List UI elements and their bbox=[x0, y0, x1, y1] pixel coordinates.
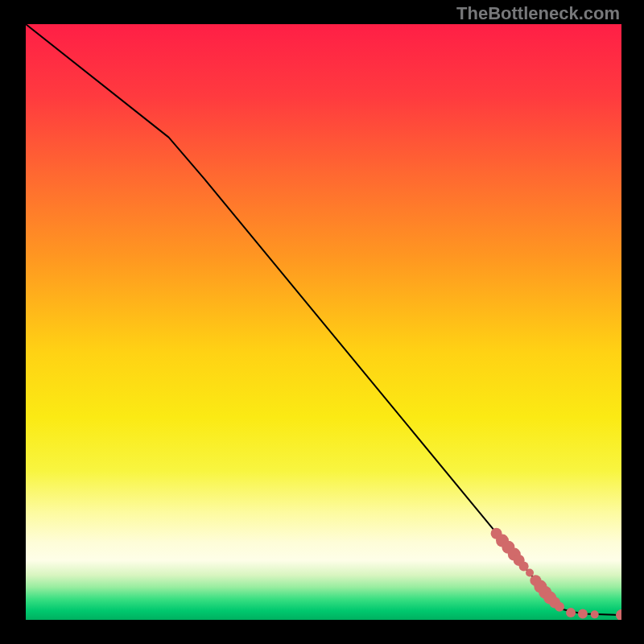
chart-svg bbox=[26, 24, 621, 620]
gradient-background bbox=[26, 24, 621, 620]
chart-container: TheBottleneck.com bbox=[0, 0, 644, 644]
data-point bbox=[526, 569, 534, 577]
plot-area bbox=[26, 24, 621, 620]
data-point bbox=[555, 602, 564, 612]
data-point bbox=[519, 561, 529, 571]
data-point bbox=[591, 610, 599, 618]
data-point bbox=[566, 608, 576, 617]
watermark-label: TheBottleneck.com bbox=[456, 3, 620, 24]
data-point bbox=[578, 609, 588, 619]
